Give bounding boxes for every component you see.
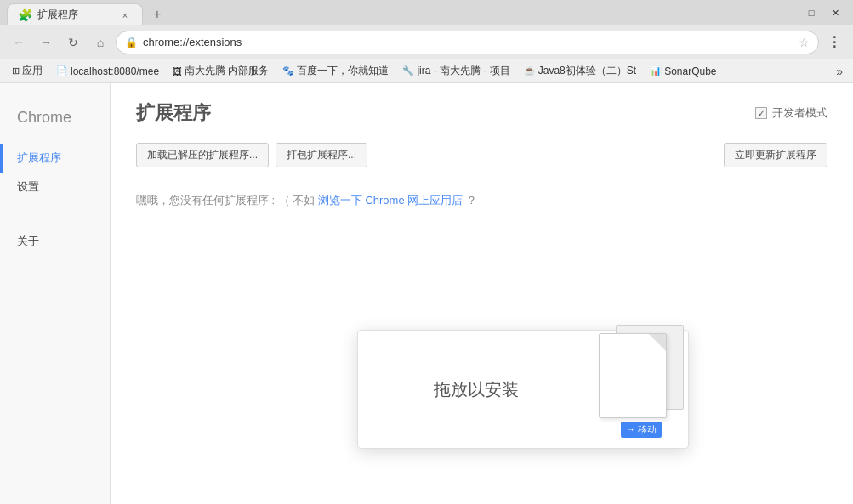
sidebar-about-label: 关于 [17,235,39,247]
file-icon-body [599,333,667,418]
drag-text: 拖放以安装 [358,361,594,418]
bookmark-java8[interactable]: ☕ Java8初体验（二）St [519,62,641,80]
chrome-menu-button[interactable]: ⋮ [822,31,846,54]
tab-area: 🧩 扩展程序 × + [7,0,776,25]
sonarqube-icon: 📊 [650,65,662,76]
localhost-icon: 📄 [56,65,68,76]
sidebar-item-extensions[interactable]: 扩展程序 [0,144,110,173]
dev-mode-area[interactable]: ✓ 开发者模式 [755,105,827,121]
page-header: 扩展程序 ✓ 开发者模式 [136,100,827,126]
dev-mode-checkbox[interactable]: ✓ [755,107,767,119]
close-button[interactable]: ✕ [824,3,846,22]
move-badge: → 移动 [621,422,662,438]
nav-bar: ← → ↻ ⌂ 🔒 chrome://extensions ☆ ⋮ [0,25,853,59]
bookmarks-more-button[interactable]: » [833,63,846,80]
tab-label: 扩展程序 [37,8,78,22]
file-icon-wrapper [599,333,675,418]
bookmark-localhost[interactable]: 📄 localhost:8080/mee [51,64,164,79]
bookmark-apps-label: 应用 [22,64,43,78]
home-button[interactable]: ⌂ [88,31,112,54]
move-badge-text: → 移动 [626,423,657,436]
bookmark-jira-label: jira - 南大先腾 - 项目 [417,64,509,78]
empty-suffix: ？ [466,194,477,207]
bookmark-baidu[interactable]: 🐾 百度一下，你就知道 [277,62,394,80]
apps-icon: ⊞ [12,65,20,76]
address-star-icon[interactable]: ☆ [799,36,810,49]
sidebar-item-settings[interactable]: 设置 [0,173,110,201]
empty-message: 嘿哦，您没有任何扩展程序 :-（ 不如 浏览一下 Chrome 网上应用店 ？ [136,193,827,208]
bookmark-sonarqube[interactable]: 📊 SonarQube [645,64,721,79]
drag-file-icon: → 移动 [594,334,688,445]
load-unpacked-button[interactable]: 加载已解压的扩展程序... [136,143,269,167]
file-icon-front [599,333,675,418]
drag-drop-overlay: 拖放以安装 → 移动 [357,330,689,449]
bookmark-jira[interactable]: 🔧 jira - 南大先腾 - 项目 [397,62,515,80]
refresh-button[interactable]: ↻ [61,31,85,54]
address-bar[interactable]: 🔒 chrome://extensions ☆ [116,31,819,54]
bookmark-baidu-label: 百度一下，你就知道 [297,64,389,78]
actions-row: 加载已解压的扩展程序... 打包扩展程序... 立即更新扩展程序 [136,143,827,167]
java8-icon: ☕ [524,65,536,76]
bookmark-localhost-label: localhost:8080/mee [71,65,159,77]
address-lock-icon: 🔒 [125,37,138,48]
tab-close-button[interactable]: × [118,8,132,22]
back-button[interactable]: ← [7,31,31,54]
main-content: Chrome 扩展程序 设置 关于 扩展程序 ✓ 开发者模式 加载已解压的扩展程… [0,83,853,504]
sidebar-item-about[interactable]: 关于 [0,227,110,256]
empty-prefix: 嘿哦，您没有任何扩展程序 :-（ 不如 [136,194,315,207]
jira-icon: 🔧 [402,65,414,76]
chrome-store-link[interactable]: 浏览一下 Chrome 网上应用店 [318,194,463,207]
nanda-icon: 🖼 [173,66,182,76]
dev-mode-label: 开发者模式 [772,105,827,121]
title-bar: 🧩 扩展程序 × + — □ ✕ [0,0,853,25]
sidebar-settings-label: 设置 [17,180,39,193]
new-tab-button[interactable]: + [146,3,168,25]
address-text: chrome://extensions [143,36,793,48]
restore-button[interactable]: □ [800,3,822,22]
baidu-icon: 🐾 [282,65,294,76]
bookmarks-bar: ⊞ 应用 📄 localhost:8080/mee 🖼 南大先腾 内部服务 🐾 … [0,59,853,83]
sidebar: Chrome 扩展程序 设置 关于 [0,83,111,504]
active-tab[interactable]: 🧩 扩展程序 × [7,3,143,25]
window-controls: — □ ✕ [776,3,846,22]
sidebar-brand: Chrome [0,100,110,144]
bookmark-nanda-label: 南大先腾 内部服务 [185,64,269,78]
pack-button[interactable]: 打包扩展程序... [276,143,367,167]
bookmark-sonarqube-label: SonarQube [664,65,716,77]
page-title: 扩展程序 [136,100,755,126]
page-content: 扩展程序 ✓ 开发者模式 加载已解压的扩展程序... 打包扩展程序... 立即更… [111,83,853,504]
bookmark-java8-label: Java8初体验（二）St [538,64,636,78]
bookmark-apps[interactable]: ⊞ 应用 [7,62,48,80]
tab-icon: 🧩 [18,8,32,22]
sidebar-extensions-label: 扩展程序 [17,151,61,164]
file-icon-fold [649,334,666,351]
forward-button[interactable]: → [34,31,58,54]
bookmark-nanda-internal[interactable]: 🖼 南大先腾 内部服务 [168,62,274,80]
update-button[interactable]: 立即更新扩展程序 [724,143,827,167]
minimize-button[interactable]: — [776,3,799,22]
